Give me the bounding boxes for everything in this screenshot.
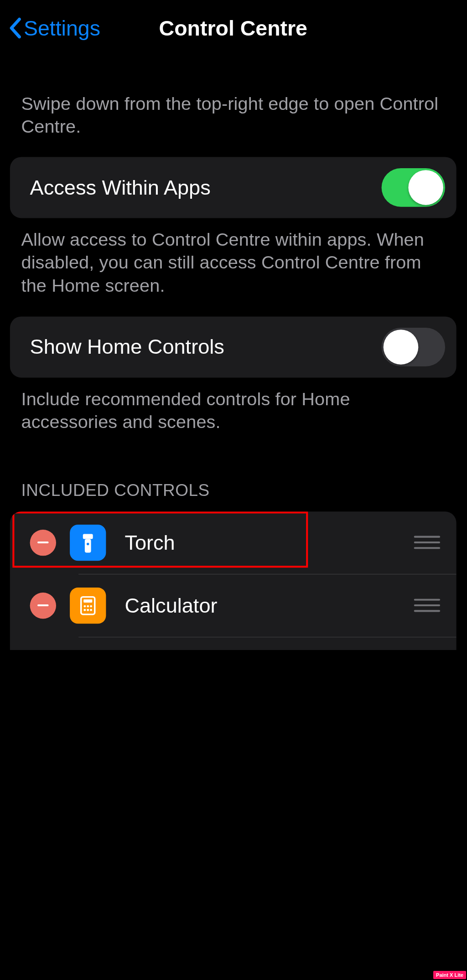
list-item-camera[interactable]: Camera	[10, 637, 457, 650]
svg-point-5	[83, 605, 86, 607]
intro-helper: Swipe down from the top-right edge to op…	[0, 92, 467, 138]
home-desc: Include recommended controls for Home ac…	[0, 387, 467, 433]
svg-rect-4	[83, 599, 92, 603]
navbar: Settings Control Centre	[0, 0, 467, 56]
svg-rect-0	[85, 539, 91, 552]
svg-point-2	[87, 542, 89, 545]
drag-handle[interactable]	[414, 599, 440, 612]
access-desc: Allow access to Control Centre within ap…	[0, 228, 467, 298]
card-home: Show Home Controls	[10, 316, 457, 377]
row-access-within-apps[interactable]: Access Within Apps	[10, 157, 457, 218]
drag-handle[interactable]	[414, 536, 440, 549]
row-show-home-controls[interactable]: Show Home Controls	[10, 316, 457, 377]
remove-torch[interactable]	[30, 530, 56, 556]
back-button[interactable]: Settings	[9, 16, 100, 40]
toggle-home[interactable]	[382, 327, 445, 366]
toggle-access[interactable]	[382, 168, 445, 207]
included-list: Torch Calculator Camera	[10, 511, 457, 650]
calculator-icon	[70, 588, 106, 624]
item-label: Torch	[125, 531, 414, 554]
home-label: Show Home Controls	[30, 335, 382, 359]
remove-calculator[interactable]	[30, 593, 56, 619]
item-label: Calculator	[125, 593, 414, 617]
svg-point-10	[90, 609, 92, 611]
torch-icon	[70, 525, 106, 561]
svg-point-6	[87, 605, 89, 607]
svg-rect-1	[83, 534, 93, 539]
svg-point-7	[90, 605, 92, 607]
card-access: Access Within Apps	[10, 157, 457, 218]
included-header: INCLUDED CONTROLS	[0, 481, 467, 500]
list-item-torch[interactable]: Torch	[10, 511, 457, 574]
back-label: Settings	[24, 16, 100, 40]
access-label: Access Within Apps	[30, 176, 382, 200]
svg-point-8	[83, 609, 86, 611]
svg-point-9	[87, 609, 89, 611]
list-item-calculator[interactable]: Calculator	[10, 574, 457, 637]
chevron-left-icon	[9, 17, 21, 38]
